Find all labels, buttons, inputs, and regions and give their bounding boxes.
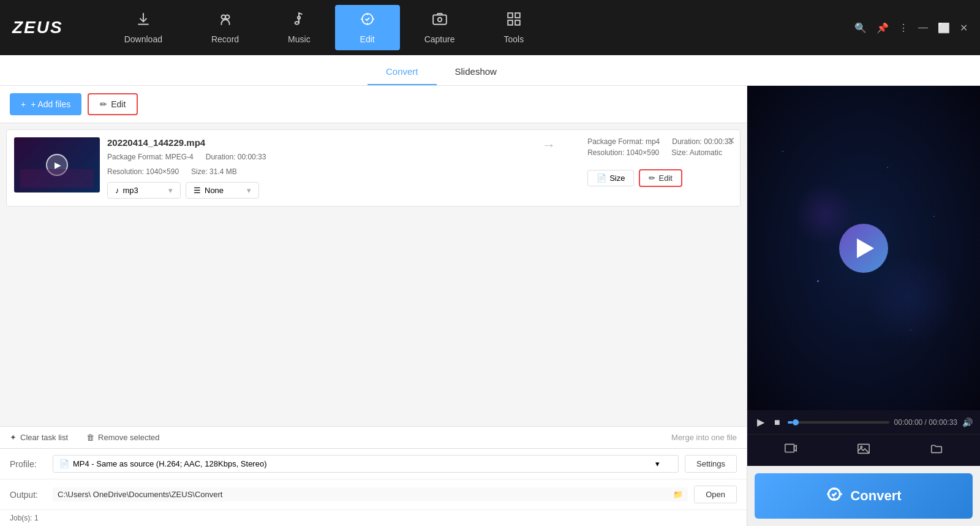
source-resolution: Resolution: 1040×590: [107, 167, 179, 176]
remove-selected-button[interactable]: 🗑 Remove selected: [86, 433, 159, 442]
add-files-button[interactable]: + + Add files: [10, 93, 81, 115]
folder-icon[interactable]: 📁: [673, 490, 683, 499]
open-button[interactable]: Open: [694, 486, 737, 503]
clear-label: Clear task list: [20, 433, 68, 442]
convert-btn-area: Convert: [747, 466, 980, 526]
profile-icon: 📄: [59, 459, 69, 468]
svg-point-0: [221, 15, 225, 20]
volume-button[interactable]: 🔊: [962, 417, 973, 427]
edit-icon: [360, 11, 375, 31]
file-item: ▶ 20220414_144229.mp4 Package Format: MP…: [6, 129, 741, 207]
subtitle-icon: ☰: [194, 186, 201, 195]
file-edit-button[interactable]: ✏ Edit: [639, 169, 682, 187]
convert-button-label: Convert: [850, 488, 901, 504]
file-edit-icon: ✏: [649, 173, 655, 183]
jobs-text: Job(s): 1: [0, 510, 747, 526]
format-value: mp3: [123, 186, 138, 195]
main-layout: + + Add files ✏ Edit ▶ 20220414_144229.m…: [0, 86, 980, 526]
svg-point-1: [225, 15, 230, 20]
menu-control-icon[interactable]: ⋮: [899, 22, 908, 34]
output-duration: Duration: 00:00:33: [672, 137, 733, 146]
nav-label-edit: Edit: [360, 34, 375, 44]
size-button-label: Size: [609, 173, 625, 183]
nav-label-music: Music: [288, 34, 311, 44]
output-path-text: C:\Users\ OneDrive\Documents\ZEUS\Conver…: [58, 490, 222, 499]
nav-label-download: Download: [124, 34, 162, 44]
svg-point-12: [861, 446, 862, 448]
output-meta-2: Resolution: 1040×590 Size: Automatic: [587, 148, 733, 157]
clear-icon: ✦: [10, 433, 17, 442]
nav-label-record: Record: [211, 34, 239, 44]
subtitle-dropdown-arrow: ▾: [247, 186, 251, 195]
file-name: 20220414_144229.mp4: [107, 137, 522, 148]
svg-rect-9: [515, 20, 520, 25]
capture-icon: [432, 11, 448, 31]
svg-rect-7: [515, 13, 520, 18]
settings-button[interactable]: Settings: [685, 455, 737, 473]
remove-label: Remove selected: [98, 433, 159, 442]
svg-point-3: [295, 21, 300, 24]
stop-button[interactable]: ■: [772, 416, 783, 429]
time-display: 00:00:00 / 00:00:33: [894, 418, 957, 427]
preview-folder-icon-btn[interactable]: [925, 440, 948, 461]
preview-video-icon-btn[interactable]: [779, 440, 802, 461]
format-select-container[interactable]: ♪ mp3 ▾: [107, 182, 181, 199]
bottom-toolbar: ✦ Clear task list 🗑 Remove selected Merg…: [0, 426, 747, 448]
size-button[interactable]: 📄 Size: [587, 170, 634, 186]
profile-label: Profile:: [10, 459, 53, 469]
size-file-icon: 📄: [597, 173, 606, 183]
nav-item-record[interactable]: Record: [187, 5, 263, 50]
edit-button[interactable]: ✏ Edit: [88, 93, 138, 115]
subtabs-bar: Convert Slideshow: [0, 55, 980, 86]
profile-value: MP4 - Same as source (H.264; AAC, 128Kbp…: [73, 459, 655, 468]
nav-item-tools[interactable]: Tools: [479, 5, 548, 50]
tab-slideshow[interactable]: Slideshow: [437, 59, 515, 85]
source-package-format: Package Format: MPEG-4: [107, 153, 194, 161]
minimize-control-icon[interactable]: —: [918, 22, 928, 33]
nav-item-edit[interactable]: Edit: [335, 5, 400, 50]
profile-dropdown[interactable]: 📄 MP4 - Same as source (H.264; AAC, 128K…: [53, 455, 679, 473]
file-controls-row: ♪ mp3 ▾ ☰ None ▾: [107, 182, 522, 199]
close-file-button[interactable]: ✕: [727, 135, 735, 147]
output-meta-1: Package Format: mp4 Duration: 00:00:33: [587, 137, 733, 146]
preview-image-icon-btn[interactable]: [852, 440, 875, 461]
svg-rect-4: [433, 15, 447, 25]
output-path: C:\Users\ OneDrive\Documents\ZEUS\Conver…: [53, 487, 688, 501]
maximize-control-icon[interactable]: ⬜: [938, 22, 950, 34]
svg-rect-8: [508, 20, 513, 25]
nav-item-capture[interactable]: Capture: [400, 5, 480, 50]
file-info: 20220414_144229.mp4 Package Format: MPEG…: [107, 137, 522, 199]
preview-bottom-icons: [747, 434, 980, 466]
file-thumbnail[interactable]: ▶: [14, 137, 100, 192]
nav-item-download[interactable]: Download: [100, 5, 187, 50]
preview-area: [747, 86, 980, 410]
convert-icon: [826, 486, 843, 506]
tools-icon: [506, 11, 522, 31]
nav-label-tools: Tools: [503, 34, 524, 44]
edit-button-label: Edit: [111, 99, 126, 109]
left-panel: + + Add files ✏ Edit ▶ 20220414_144229.m…: [0, 86, 747, 526]
output-size: Size: Automatic: [671, 148, 722, 157]
subtitle-select-container[interactable]: ☰ None ▾: [186, 182, 259, 199]
source-duration: Duration: 00:00:33: [206, 153, 266, 161]
progress-bar[interactable]: [788, 421, 889, 424]
convert-button[interactable]: Convert: [755, 473, 973, 519]
play-button[interactable]: ▶: [755, 415, 767, 429]
svg-rect-10: [785, 444, 794, 452]
merge-label: Merge into one file: [671, 433, 737, 442]
app-logo: ZEUS: [12, 18, 63, 37]
search-control-icon[interactable]: 🔍: [854, 22, 867, 34]
tab-convert[interactable]: Convert: [368, 59, 437, 85]
pencil-icon: ✏: [100, 99, 107, 109]
profile-row: Profile: 📄 MP4 - Same as source (H.264; …: [0, 449, 747, 479]
file-item-right: Package Format: mp4 Duration: 00:00:33 R…: [575, 137, 733, 187]
clear-task-list-button[interactable]: ✦ Clear task list: [10, 433, 68, 442]
pin-control-icon[interactable]: 📌: [876, 22, 889, 34]
player-controls: ▶ ■ 00:00:00 / 00:00:33 🔊: [747, 410, 980, 434]
file-edit-button-label: Edit: [658, 173, 672, 183]
topbar: ZEUS Download Record Musi: [0, 0, 980, 55]
close-control-icon[interactable]: ✕: [960, 22, 968, 34]
output-row: Output: C:\Users\ OneDrive\Documents\ZEU…: [0, 479, 747, 510]
source-size: Size: 31.4 MB: [191, 167, 237, 176]
nav-item-music[interactable]: Music: [263, 5, 335, 50]
